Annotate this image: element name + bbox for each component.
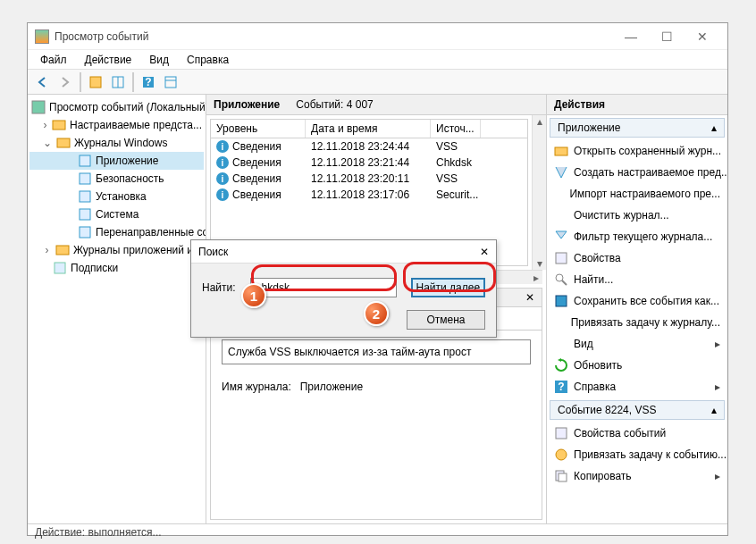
menubar: Файл Действие Вид Справка [28, 50, 727, 70]
svg-line-20 [562, 280, 567, 285]
log-name-value: Приложение [300, 381, 363, 393]
svg-rect-17 [555, 147, 567, 155]
collapse-icon: ▴ [711, 404, 717, 416]
action-save-all[interactable]: Сохранить все события как... [547, 290, 727, 312]
grid-header: Уровень Дата и время Источ... [211, 120, 527, 138]
svg-rect-15 [56, 246, 69, 255]
svg-rect-14 [80, 227, 90, 238]
find-label: Найти: [202, 281, 236, 294]
action-refresh[interactable]: Обновить [547, 355, 727, 376]
action-create-view[interactable]: Создать настраиваемое пред... [547, 162, 727, 183]
action-attach-task-event[interactable]: Привязать задачу к событию... [547, 444, 727, 465]
svg-text:?: ? [558, 381, 564, 393]
tree-windows-logs[interactable]: ⌄Журналы Windows [29, 134, 204, 152]
grid-row[interactable]: iСведения12.11.2018 23:21:44Chkdsk [211, 155, 527, 171]
menu-view[interactable]: Вид [142, 52, 176, 68]
chevron-right-icon: ▸ [715, 338, 720, 350]
separator [80, 72, 81, 92]
dialog-title: Поиск [198, 246, 480, 258]
toolbar: ? [28, 70, 727, 95]
col-source[interactable]: Источ... [431, 120, 481, 138]
chevron-right-icon: ▸ [715, 381, 720, 393]
tree-app-logs[interactable]: ›Журналы приложений и... [29, 241, 204, 259]
event-body: Служба VSS выключается из-за тайм-аута п… [211, 330, 542, 519]
maximize-button[interactable]: ☐ [649, 24, 685, 49]
info-icon: i [216, 188, 229, 201]
action-attach-task[interactable]: Привязать задачу к журналу... [547, 312, 727, 333]
back-button[interactable] [33, 72, 53, 92]
close-button[interactable]: ✕ [685, 24, 720, 49]
tree-security[interactable]: Безопасность [29, 170, 204, 188]
action-find[interactable]: Найти... [547, 269, 727, 290]
separator [132, 72, 134, 92]
annotation-badge: 1 [241, 283, 266, 308]
action-properties[interactable]: Свойства [547, 247, 727, 269]
panes2-icon[interactable] [161, 72, 181, 92]
action-import-view[interactable]: Импорт настраиваемого пре... [547, 183, 727, 205]
dialog-titlebar: Поиск ✕ [191, 240, 496, 264]
col-level[interactable]: Уровень [211, 120, 306, 138]
find-input[interactable] [250, 278, 397, 297]
event-count: Событий: 4 007 [296, 98, 373, 111]
app-icon [35, 29, 49, 44]
minimize-button[interactable]: — [613, 24, 649, 49]
svg-rect-7 [32, 101, 45, 113]
annotation-badge: 2 [364, 301, 389, 326]
menu-file[interactable]: Файл [33, 52, 74, 68]
action-filter-log[interactable]: Фильтр текущего журнала... [547, 226, 727, 247]
find-dialog: Поиск ✕ Найти: Найти далее Отмена [190, 239, 497, 338]
panes-icon[interactable] [108, 72, 128, 92]
svg-rect-24 [556, 428, 567, 439]
action-view[interactable]: Вид▸ [547, 333, 727, 355]
forward-button[interactable] [55, 72, 75, 92]
show-hide-tree-icon[interactable] [86, 72, 105, 92]
action-clear-log[interactable]: Очистить журнал... [547, 205, 727, 226]
find-next-button[interactable]: Найти далее [411, 278, 485, 297]
close-icon[interactable]: ✕ [525, 291, 534, 304]
tree-setup[interactable]: Установка [29, 188, 204, 205]
svg-point-19 [556, 274, 563, 281]
grid-row[interactable]: iСведения12.11.2018 23:20:11VSS [211, 171, 527, 187]
menu-help[interactable]: Справка [180, 52, 236, 68]
tree-system[interactable]: Система [29, 205, 204, 223]
svg-rect-13 [80, 209, 90, 220]
svg-rect-5 [165, 77, 176, 88]
tree-application[interactable]: Приложение [29, 152, 204, 170]
center-title: Приложение [214, 98, 280, 111]
info-icon: i [216, 156, 229, 169]
svg-text:?: ? [145, 76, 151, 88]
grid-row[interactable]: iСведения12.11.2018 23:24:44VSS [211, 138, 527, 155]
collapse-icon: ▴ [711, 121, 717, 134]
vertical-scrollbar[interactable]: ▴▾ [532, 115, 546, 270]
dialog-close-icon[interactable]: ✕ [480, 246, 489, 258]
svg-rect-12 [80, 191, 90, 202]
action-help[interactable]: ?Справка▸ [547, 376, 727, 398]
grid-row[interactable]: iСведения12.11.2018 23:17:06Securit... [211, 187, 527, 203]
center-header: Приложение Событий: 4 007 [206, 95, 546, 115]
action-copy[interactable]: Копировать▸ [547, 465, 727, 487]
help-icon[interactable]: ? [139, 72, 158, 92]
actions-section-event[interactable]: Событие 8224, VSS▴ [550, 400, 725, 420]
chevron-right-icon: ▸ [715, 470, 720, 482]
action-open-saved-log[interactable]: Открыть сохраненный журн... [547, 140, 727, 162]
svg-rect-10 [80, 155, 90, 166]
actions-title: Действия [547, 95, 727, 115]
menu-action[interactable]: Действие [78, 52, 139, 68]
titlebar: Просмотр событий — ☐ ✕ [28, 23, 727, 50]
tree-root[interactable]: Просмотр событий (Локальный) [29, 98, 204, 116]
window-title: Просмотр событий [55, 30, 613, 43]
action-event-properties[interactable]: Свойства событий [547, 423, 727, 444]
actions-panel: Действия Приложение▴ Открыть сохраненный… [547, 95, 727, 523]
svg-rect-27 [559, 473, 567, 481]
svg-rect-11 [80, 173, 90, 184]
svg-rect-16 [55, 263, 65, 273]
tree-subscriptions[interactable]: Подписки [29, 259, 204, 277]
cancel-button[interactable]: Отмена [407, 310, 485, 330]
actions-section-app[interactable]: Приложение▴ [550, 118, 725, 138]
tree-panel: Просмотр событий (Локальный) ›Настраивае… [28, 95, 206, 523]
col-date[interactable]: Дата и время [306, 120, 431, 138]
tree-custom-views[interactable]: ›Настраиваемые предста... [29, 116, 204, 134]
log-name-label: Имя журнала: [222, 381, 291, 393]
tree-forwarded[interactable]: Перенаправленные со... [29, 223, 204, 241]
svg-rect-21 [556, 296, 567, 306]
